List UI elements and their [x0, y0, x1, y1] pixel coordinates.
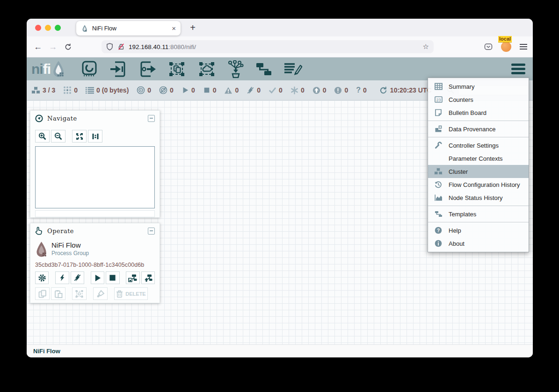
up-to-date-count: 0 [279, 86, 283, 94]
insecure-lock-icon[interactable] [117, 43, 125, 50]
url-bar[interactable]: 192.168.40.11:8080/nifi/ ☆ [102, 40, 434, 53]
copy-button[interactable] [35, 287, 50, 300]
input-port-icon[interactable] [109, 61, 127, 77]
birdseye-minimap[interactable] [35, 146, 155, 208]
delete-button[interactable]: DELETE [114, 287, 148, 300]
profile-label: local [498, 36, 512, 43]
minimize-window-button[interactable] [45, 25, 51, 31]
threads-count: 0 [74, 86, 78, 94]
profile-avatar[interactable]: local [501, 42, 511, 52]
menu-item-help[interactable]: ? Help [428, 224, 529, 237]
group-button[interactable] [72, 287, 87, 300]
disabled-status: 0 [247, 86, 261, 94]
browser-navbar: ← → 192.168.40.11:8080/nifi/ ☆ local [27, 36, 533, 57]
menu-item-cluster[interactable]: Cluster [428, 165, 529, 178]
start-button[interactable] [91, 271, 104, 284]
running-count: 0 [191, 86, 195, 94]
refresh-status: 10:20:23 UTC [379, 86, 432, 94]
operate-header[interactable]: Operate [30, 223, 160, 238]
queued-status: 0 (0 bytes) [86, 86, 129, 94]
sync-failure-status: ? 0 [356, 86, 367, 94]
global-menu: Summary 23 Counters Bulletin Board Data … [428, 78, 529, 252]
locally-modified-count: 0 [301, 86, 305, 94]
navigate-panel: Navigate [30, 110, 160, 218]
selection-type: Process Group [51, 250, 89, 257]
queued-icon [86, 87, 94, 94]
menu-item-summary[interactable]: Summary [428, 80, 529, 93]
zoom-fit-button[interactable] [72, 130, 87, 143]
zoom-actual-size-button[interactable] [88, 130, 102, 143]
breadcrumb-root[interactable]: NiFi Flow [33, 348, 60, 355]
sync-failure-icon: ? [356, 86, 361, 94]
tab-bar: NiFi Flow × + [27, 19, 533, 36]
process-group-icon[interactable] [167, 61, 186, 77]
template-icon[interactable] [255, 61, 272, 77]
navigate-collapse-button[interactable] [148, 115, 155, 122]
threads-icon [63, 86, 72, 94]
menu-item-parameter-contexts[interactable]: Parameter Contexts [428, 152, 529, 165]
navigate-header[interactable]: Navigate [30, 111, 160, 126]
pocket-icon[interactable] [484, 43, 493, 51]
processor-icon[interactable] [80, 61, 98, 78]
menu-item-node-status-history[interactable]: Node Status History [428, 191, 529, 204]
paste-button[interactable] [51, 287, 65, 300]
locally-modified-status: 0 [290, 86, 305, 94]
menu-item-templates[interactable]: Templates [428, 207, 529, 221]
about-icon [434, 240, 443, 247]
not-transmitting-status: 0 [159, 86, 174, 94]
zoom-window-button[interactable] [55, 25, 61, 31]
reload-button[interactable] [60, 43, 75, 50]
new-tab-button[interactable]: + [186, 21, 200, 35]
minimap-footer [35, 210, 155, 217]
menu-item-controller-settings[interactable]: Controller Settings [428, 139, 529, 152]
color-button[interactable] [93, 287, 108, 300]
url-host: 192.168.40.11 [129, 43, 168, 50]
navbar-right: local [484, 42, 527, 52]
disable-button[interactable] [71, 271, 84, 284]
create-template-button[interactable] [126, 271, 139, 284]
label-icon[interactable] [283, 61, 302, 77]
upload-template-button[interactable] [141, 271, 155, 284]
breadcrumb[interactable]: NiFi Flow [27, 344, 533, 357]
menu-item-counters[interactable]: 23 Counters [428, 93, 529, 106]
zoom-out-button[interactable] [51, 130, 65, 143]
firefox-menu-button[interactable] [520, 44, 527, 50]
refresh-time: 10:20:23 UTC [390, 86, 432, 94]
invalid-status: 0 [224, 86, 239, 94]
menu-item-flow-configuration-history[interactable]: Flow Configuration History [428, 178, 529, 191]
bookmark-star-icon[interactable]: ☆ [423, 43, 429, 51]
zoom-in-button[interactable] [35, 130, 50, 143]
shield-icon[interactable] [106, 43, 113, 50]
configure-button[interactable] [35, 271, 49, 284]
operate-panel: Operate NiFi Flow Process Group 35cbd3b7… [30, 223, 160, 303]
logo-ni: ni [31, 61, 43, 77]
disabled-count: 0 [257, 86, 261, 94]
remote-process-group-icon[interactable] [197, 61, 216, 77]
back-button[interactable]: ← [30, 42, 45, 52]
compass-icon [35, 114, 43, 122]
menu-item-data-provenance[interactable]: Data Provenance [428, 122, 529, 135]
stop-button[interactable] [106, 271, 119, 284]
avatar [501, 42, 511, 52]
data-provenance-icon [434, 125, 443, 133]
close-window-button[interactable] [35, 25, 41, 31]
transmitting-count: 0 [147, 86, 151, 94]
forward-button[interactable]: → [45, 42, 60, 52]
enable-button[interactable] [55, 271, 69, 284]
templates-icon [434, 210, 443, 218]
tab-close-icon[interactable]: × [172, 25, 176, 32]
menu-item-about[interactable]: About [428, 237, 529, 250]
funnel-icon[interactable] [227, 60, 244, 78]
browser-tab[interactable]: NiFi Flow × [76, 21, 181, 36]
operate-buttons-row1 [30, 268, 160, 284]
nifi-global-menu-button[interactable] [511, 64, 525, 74]
output-port-icon[interactable] [138, 61, 156, 77]
cluster-status: 3 / 3 [31, 86, 55, 94]
refresh-icon[interactable] [379, 86, 387, 94]
stopped-status: 0 [203, 86, 217, 94]
menu-item-bulletin-board[interactable]: Bulletin Board [428, 106, 529, 119]
operate-collapse-button[interactable] [148, 228, 155, 235]
delete-label: DELETE [125, 291, 145, 297]
disabled-icon [247, 86, 254, 94]
hand-pointer-icon [35, 227, 43, 235]
